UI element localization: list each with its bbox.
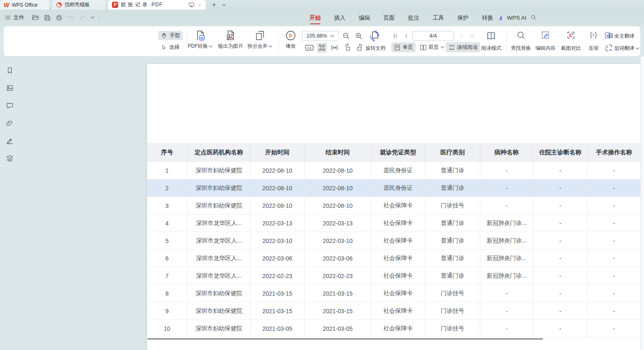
tab-list-chevron-icon[interactable] [222, 4, 226, 6]
zoom-level-value: 105.88% [307, 33, 327, 39]
menu-item-convert[interactable]: 转换 [482, 10, 494, 26]
full-translate-button[interactable]: A文 [604, 31, 613, 39]
continuous-reading-toggle[interactable]: 连续阅读 [446, 42, 480, 52]
page-number-input[interactable]: 4/4 [412, 31, 454, 41]
edit-content-button[interactable] [540, 30, 550, 40]
tab-docer-templates[interactable]: 找稻壳模板 [52, 0, 106, 10]
word-translate-icon: 文A [605, 44, 613, 52]
folder-open-icon[interactable] [32, 14, 39, 21]
fit-page-button[interactable] [317, 43, 327, 53]
attachment-icon[interactable] [5, 118, 14, 128]
table-cell: 5 [147, 232, 188, 249]
save-icon[interactable] [44, 14, 51, 21]
select-tool-button[interactable]: 选择 [158, 43, 182, 52]
export-image-label: 输出为图片 [218, 43, 243, 50]
table-cell: 深圳市妇幼保健院 [188, 197, 251, 214]
undo-icon[interactable] [67, 14, 74, 21]
table-cell: 社会保障卡 [371, 250, 425, 267]
menu-item-edit[interactable]: 编辑 [358, 10, 370, 26]
vertical-scrollbar[interactable] [640, 56, 644, 350]
screenshot-compare-icon [566, 31, 576, 40]
tab-label: 就 医 记 录 .PDF [121, 1, 163, 8]
menu-item-tools[interactable]: 工具 [432, 10, 444, 26]
pdf-convert-icon: W [194, 30, 206, 41]
rotate-left-button[interactable] [343, 43, 353, 53]
table-row: 6深圳市龙华区人...2022-03-062022-03-06社会保障卡普通门诊… [147, 250, 640, 267]
full-translate-label[interactable]: 全文翻译 [614, 33, 634, 40]
edit-content-label[interactable]: 编辑内容 [535, 45, 555, 52]
previous-page-icon [403, 33, 410, 40]
table-cell: - [533, 162, 588, 179]
signature-icon[interactable] [5, 136, 14, 145]
table-cell: 门诊挂号 [425, 285, 480, 302]
zoom-in-button[interactable] [354, 31, 364, 41]
table-cell: - [588, 250, 640, 267]
rotate-document-button[interactable] [368, 29, 381, 43]
first-page-icon [392, 33, 399, 40]
table-horizontal-scrollbar[interactable] [147, 338, 543, 340]
read-mode-button[interactable] [485, 30, 497, 42]
fit-width-button[interactable] [330, 43, 340, 53]
new-tab-icon[interactable] [211, 2, 217, 8]
first-page-button[interactable] [391, 32, 400, 40]
read-mode-label[interactable]: 阅读模式 [481, 45, 501, 52]
pdf-convert-button[interactable]: W PDF转换 [185, 30, 216, 50]
compress-button[interactable] [588, 30, 598, 40]
table-cell: 新冠肺炎门诊... [480, 267, 533, 284]
menu-item-page[interactable]: 页面 [383, 10, 395, 26]
menu-item-insert[interactable]: 插入 [334, 10, 346, 26]
menu-item-protect[interactable]: 保护 [457, 10, 469, 26]
wps-ai-button[interactable]: WPS AI [498, 10, 527, 26]
monitor-icon[interactable] [188, 2, 195, 8]
last-page-button[interactable] [467, 32, 476, 40]
single-page-toggle[interactable]: 单页 [391, 42, 416, 52]
close-icon[interactable] [197, 3, 202, 8]
compress-label[interactable]: 压缩 [588, 45, 598, 52]
table-header-cell: 序号 [147, 143, 188, 162]
table-cell: - [588, 320, 640, 337]
tab-wps-office[interactable]: W WPS Office [0, 0, 49, 10]
tab-document[interactable]: P 就 医 记 录 .PDF [108, 0, 206, 10]
previous-page-button[interactable] [402, 32, 410, 40]
rotate-document-label[interactable]: 旋转文档 [365, 45, 385, 52]
layers-icon[interactable] [5, 153, 14, 163]
screenshot-compare-label[interactable]: 截图对比 [561, 45, 581, 52]
menu-item-annotate[interactable]: 批注 [408, 10, 420, 26]
page-indicator: 4/4 [429, 33, 436, 39]
table-row: 2深圳市妇幼保健院2022-08-102022-08-10居民身份证普通门诊--… [147, 179, 640, 197]
screenshot-compare-button[interactable] [566, 30, 576, 40]
find-replace-button[interactable] [516, 30, 526, 40]
quickbar-chevron-icon[interactable] [91, 16, 94, 19]
split-merge-button[interactable]: 拆分合并 [245, 30, 275, 50]
table-cell: 1 [147, 162, 188, 179]
table-cell: 社会保障卡 [371, 302, 425, 319]
zoom-out-button[interactable] [341, 31, 351, 41]
actual-size-button[interactable]: 1:1 [304, 43, 314, 53]
word-translate-label[interactable]: 划词翻译 [614, 45, 639, 52]
next-page-button[interactable] [457, 32, 466, 40]
hand-tool-button[interactable]: 手型 [158, 31, 183, 40]
table-header-cell: 就诊凭证类型 [371, 143, 425, 162]
play-button[interactable]: 播放 [281, 30, 301, 50]
word-translate-button[interactable]: 文A [604, 43, 613, 52]
zoom-level-select[interactable]: 105.88% [302, 31, 339, 41]
table-cell: 普通门诊 [425, 162, 480, 179]
table-cell: - [533, 215, 588, 232]
search-icon[interactable] [530, 14, 537, 21]
table-cell: 2022-03-06 [304, 250, 371, 267]
menu-item-home[interactable]: 开始 [309, 10, 321, 26]
redo-icon[interactable] [79, 14, 86, 21]
thumbnail-icon[interactable] [5, 83, 14, 92]
table-cell: 普通门诊 [425, 232, 480, 249]
tab-label: 找稻壳模板 [65, 1, 90, 8]
find-replace-label[interactable]: 查找替换 [511, 45, 531, 52]
bookmark-icon[interactable] [5, 66, 14, 75]
rotate-right-button[interactable] [355, 43, 365, 53]
comment-icon[interactable] [5, 101, 14, 110]
table-row: 10深圳市妇幼保健院2021-03-052021-03-05社会保障卡门诊挂号-… [147, 320, 640, 337]
table-cell: - [588, 197, 640, 214]
double-page-toggle[interactable]: 双页 [417, 42, 447, 52]
file-menu-button[interactable]: 文件 [5, 14, 24, 21]
export-image-button[interactable]: 输出为图片 [215, 30, 246, 50]
print-icon[interactable] [56, 14, 63, 21]
